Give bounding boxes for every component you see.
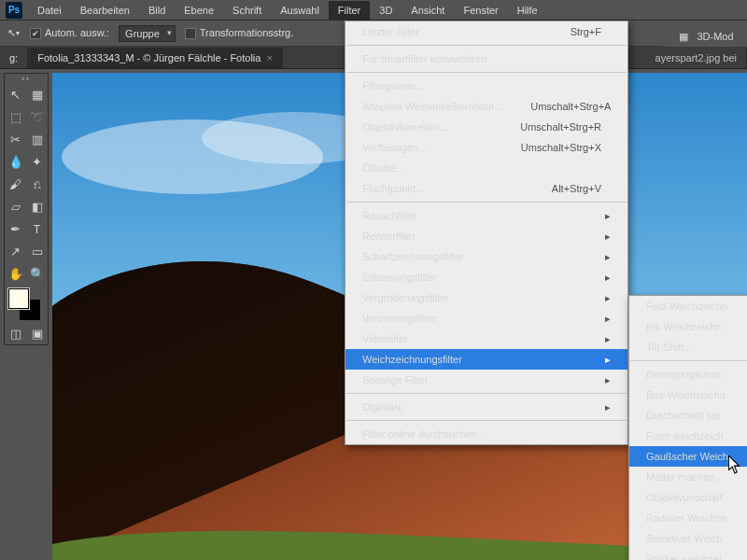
sub-shape-blur[interactable]: Form weichzeich: [629, 426, 747, 446]
zoom-tool[interactable]: 🔍: [26, 262, 48, 285]
menu-liquify: Verflüssigen...Umschalt+Strg+X: [345, 137, 627, 158]
transform-controls-check[interactable]: Transformationsstrg.: [185, 27, 293, 39]
tool-handle[interactable]: ››: [5, 74, 48, 83]
sub-lens-blur: Objektivunschärf: [629, 487, 747, 508]
doc-tab-active[interactable]: Fotolia_31333343_M - © Jürgen Fälchle - …: [28, 48, 283, 68]
menu-filter-gallery[interactable]: Filtergalerie...: [345, 76, 627, 96]
menu-noise[interactable]: Rauschfilter▸: [345, 205, 627, 226]
quickmask-tool[interactable]: ◫: [5, 322, 26, 344]
menu-filter[interactable]: Filter: [329, 1, 370, 20]
menu-auswahl[interactable]: Auswahl: [271, 1, 329, 20]
artboard-tool[interactable]: ▦: [26, 83, 48, 105]
filter-menu-dropdown: Letzter FilterStrg+F Für Smartfilter kon…: [345, 21, 628, 445]
close-tab-icon[interactable]: ×: [266, 52, 272, 63]
sub-selective-blur[interactable]: Selektiver Weich: [629, 528, 747, 549]
path-tool[interactable]: ↗: [5, 240, 26, 262]
eraser-tool[interactable]: ▱: [5, 195, 26, 217]
menu-adaptive-wide[interactable]: Adaptive Weitwinkelkorrektur...Umschalt+…: [345, 96, 627, 117]
menu-3d[interactable]: 3D: [370, 1, 402, 20]
menu-vanishing: Fluchtpunkt...Alt+Strg+V: [345, 178, 627, 199]
sub-average[interactable]: Durchschnitt ber: [629, 405, 747, 426]
move-tool-preset-icon[interactable]: ↖▾: [6, 26, 21, 41]
menu-stylize[interactable]: Stilisierungsfilter▸: [345, 267, 627, 287]
menu-render[interactable]: Renderfilter▸: [345, 226, 627, 246]
pen-tool[interactable]: ✒: [5, 217, 26, 240]
foreground-swatch[interactable]: [8, 288, 29, 309]
crop-tool[interactable]: ✂: [5, 128, 26, 150]
menu-smart-convert: Für Smartfilter konvertieren: [345, 49, 627, 69]
menu-bild[interactable]: Bild: [139, 1, 175, 20]
menu-oilpaint[interactable]: Ölfarbe...: [345, 158, 627, 178]
sub-iris-blur[interactable]: Iris-Weichzeichn: [629, 316, 747, 337]
stamp-tool[interactable]: ⎌: [26, 173, 48, 195]
sub-field-blur[interactable]: Feld-Weichzeichn: [629, 296, 747, 316]
color-swatches[interactable]: [5, 285, 48, 322]
toolbox: ›› ↖ ▦ ⬚ ➰ ✂ ▥ 💧 ✦ 🖌 ⎌ ▱ ◧ ✒ T ↗ ▭ ✋ 🔍 ◫…: [4, 73, 49, 345]
move-tool[interactable]: ↖: [5, 83, 26, 105]
type-tool[interactable]: T: [26, 217, 48, 240]
auto-select-combo[interactable]: Gruppe: [119, 25, 176, 42]
menu-fenster[interactable]: Fenster: [454, 1, 507, 20]
sub-box-blur[interactable]: Box-Weichzeichn: [629, 385, 747, 405]
brush-tool[interactable]: 🖌: [5, 173, 26, 195]
menu-video[interactable]: Videofilter▸: [345, 329, 627, 349]
menu-distort[interactable]: Verzerrungsfilter▸: [345, 308, 627, 329]
menu-other[interactable]: Sonstige Filter▸: [345, 370, 627, 390]
heal-tool[interactable]: ✦: [26, 150, 48, 173]
menu-browse-online[interactable]: Filter online durchsuchen...: [345, 424, 627, 444]
menu-pixelate[interactable]: Vergröberungsfilter▸: [345, 287, 627, 308]
menu-digimarc[interactable]: Digimarc▸: [345, 397, 627, 417]
hand-tool[interactable]: ✋: [5, 262, 26, 285]
menu-schrift[interactable]: Schrift: [223, 1, 271, 20]
sub-tilt-shift[interactable]: Tilt-Shift...: [629, 337, 747, 357]
menu-datei[interactable]: Datei: [28, 1, 71, 20]
auto-select-check[interactable]: Autom. ausw.:: [30, 27, 109, 39]
sub-smart-blur[interactable]: Stärker weichzei: [629, 549, 747, 560]
eyedropper-tool[interactable]: 💧: [5, 150, 26, 173]
screenmode-tool[interactable]: ▣: [26, 322, 48, 344]
mouse-cursor: [728, 455, 741, 474]
marquee-tool[interactable]: ⬚: [5, 105, 26, 128]
panel-icon: ▦: [676, 29, 691, 44]
sub-radial-blur[interactable]: Radialer Weichze: [629, 508, 747, 528]
slice-tool[interactable]: ▥: [26, 128, 48, 150]
doc-tab-right[interactable]: ayerspart2.jpg bei: [646, 48, 747, 68]
menu-blur[interactable]: Weichzeichnungsfilter▸: [345, 349, 627, 370]
menu-last-filter: Letzter FilterStrg+F: [345, 21, 627, 42]
gradient-tool[interactable]: ◧: [26, 195, 48, 217]
menu-ansicht[interactable]: Ansicht: [402, 1, 454, 20]
sub-motion-blur[interactable]: Bewegungsunsc: [629, 364, 747, 385]
lasso-tool[interactable]: ➰: [26, 105, 48, 128]
app-icon: Ps: [6, 2, 22, 19]
menu-hilfe[interactable]: Hilfe: [508, 1, 547, 20]
workspace-switcher[interactable]: ▦ 3D-Mod: [663, 26, 747, 47]
doc-tab-truncated[interactable]: g:: [0, 48, 28, 68]
shape-tool[interactable]: ▭: [26, 240, 48, 262]
menu-ebene[interactable]: Ebene: [175, 1, 223, 20]
menu-bearbeiten[interactable]: Bearbeiten: [71, 1, 139, 20]
blur-submenu: Feld-Weichzeichn Iris-Weichzeichn Tilt-S…: [628, 295, 747, 560]
menu-sharpen[interactable]: Scharfzeichnungsfilter▸: [345, 246, 627, 267]
menu-lens-correction[interactable]: Objektivkorrektur...Umschalt+Strg+R: [345, 117, 627, 137]
